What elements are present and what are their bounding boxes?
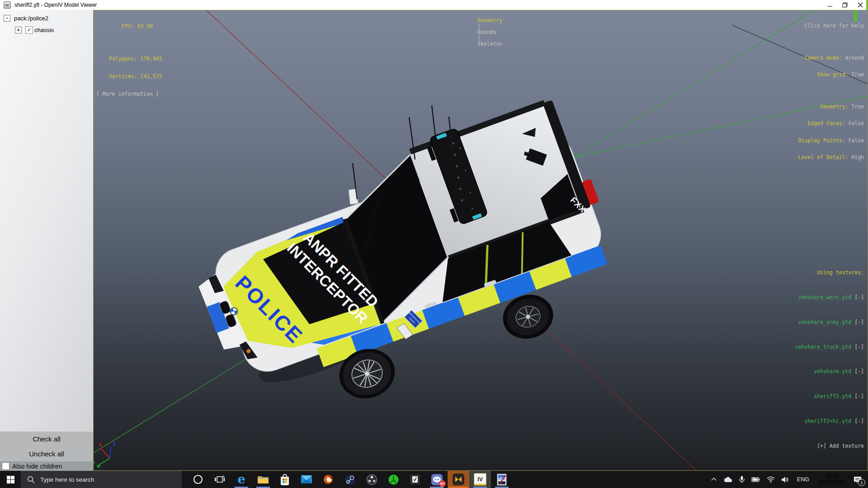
show-grid-value[interactable]: True — [851, 71, 864, 78]
openiv-attention-button[interactable] — [448, 471, 469, 488]
obs-icon — [366, 474, 377, 485]
texture-name[interactable]: vehshare_worn.ytd — [798, 294, 852, 300]
mail-button[interactable] — [296, 471, 317, 488]
file-explorer-icon — [257, 474, 269, 484]
office-button[interactable] — [317, 471, 339, 488]
file-explorer-button[interactable] — [252, 471, 274, 488]
level-of-detail-value[interactable]: High — [851, 154, 864, 160]
texture-name[interactable]: vehshare.ytd — [814, 368, 851, 375]
edged-faces-value[interactable]: False — [848, 120, 864, 127]
green-branch-app-icon — [388, 474, 399, 485]
also-hide-children-row[interactable]: Also hide children — [0, 461, 93, 471]
mode-separator: | — [477, 23, 481, 29]
remove-texture-button[interactable]: [-] — [854, 418, 864, 424]
microsoft-store-button[interactable] — [274, 471, 296, 488]
police-car-model: METROPOLITAN POLICE FXX ANPR FITTED INTE… — [178, 91, 621, 400]
texture-row[interactable]: vehshare_worn.ytd[-] — [795, 293, 864, 301]
texture-name[interactable]: sheriff2+hi.ytd — [804, 418, 851, 424]
minimize-button[interactable] — [822, 0, 837, 10]
taskbar-search-box[interactable] — [21, 471, 182, 488]
remove-texture-button[interactable]: [-] — [854, 319, 864, 325]
edge-button[interactable]: e — [231, 471, 252, 488]
also-hide-children-checkbox[interactable] — [2, 462, 9, 470]
wifi-tray-button[interactable] — [764, 471, 778, 488]
language-indicator[interactable]: ENG — [793, 471, 814, 488]
tree-chassis-label: chassis — [34, 27, 54, 33]
camera-mode-value[interactable]: Around — [845, 55, 864, 61]
texture-name[interactable]: vehshare_truck.ytd — [795, 344, 852, 350]
texture-name[interactable]: sheriff2.ytd — [814, 393, 851, 399]
chevron-up-icon — [711, 477, 717, 482]
corner-render-artifact — [854, 10, 857, 22]
microphone-tray-button[interactable] — [736, 471, 748, 488]
expand-expander-icon[interactable]: + — [15, 27, 22, 33]
texture-row[interactable]: vehshare_truck.ytd[-] — [795, 343, 864, 351]
task-view-button[interactable] — [209, 471, 231, 488]
remove-texture-button[interactable]: [-] — [854, 294, 864, 300]
fps-value: 63.98 — [137, 23, 153, 29]
texture-name[interactable]: vehshare_army.ytd — [798, 319, 852, 325]
microsoft-store-icon — [279, 474, 290, 485]
geometry-setting-value[interactable]: True — [851, 103, 864, 110]
textures-panel: Using textures: vehshare_worn.ytd[-] veh… — [795, 252, 864, 467]
discord-button[interactable]: 9+ — [426, 471, 448, 488]
remove-texture-button[interactable]: [-] — [854, 368, 864, 375]
tab-geometry[interactable]: Geometry — [477, 17, 502, 23]
titlebar[interactable]: IV sheriff2.yft - OpenIV Model Viewer — [0, 0, 868, 10]
collapse-expander-icon[interactable]: - — [4, 15, 10, 22]
search-input[interactable] — [39, 476, 154, 483]
clock-time: 19:13 — [818, 473, 845, 479]
3d-viewport[interactable]: METROPOLITAN POLICE FXX ANPR FITTED INTE… — [93, 10, 868, 471]
add-texture-button[interactable]: [+] Add texture — [795, 442, 864, 450]
battery-tray-button[interactable] — [748, 471, 764, 488]
tray-expand-button[interactable] — [708, 471, 720, 488]
texture-row[interactable]: vehshare.ytd[-] — [795, 367, 864, 375]
display-points-label: Display Points: — [798, 137, 845, 144]
display-points-value[interactable]: False — [848, 137, 864, 144]
check-all-button[interactable]: Check all — [0, 431, 93, 446]
clock-date: 31/05/2020 — [818, 479, 845, 486]
texture-row[interactable]: sheriff2.ytd[-] — [795, 392, 864, 400]
cortana-button[interactable] — [187, 471, 209, 488]
tree-item-root[interactable]: - pack:/police2 — [4, 12, 93, 24]
3d-scene: METROPOLITAN POLICE FXX ANPR FITTED INTE… — [94, 10, 868, 471]
wifi-icon — [767, 476, 775, 483]
restore-icon — [842, 2, 848, 8]
uncheck-all-button[interactable]: Uncheck all — [0, 446, 93, 461]
green-app-button[interactable] — [382, 471, 404, 488]
clock[interactable]: 19:13 31/05/2020 — [814, 473, 850, 486]
image-editor-button[interactable] — [491, 471, 513, 488]
tab-skeleton[interactable]: Skeleton — [477, 41, 502, 47]
tree-item-chassis[interactable]: + ✓ chassis — [4, 24, 93, 36]
axis-gizmo: x z y — [94, 441, 116, 468]
chassis-checkbox[interactable]: ✓ — [25, 26, 33, 34]
using-textures-title: Using textures: — [795, 268, 864, 277]
help-link[interactable]: Click here for help — [798, 23, 864, 29]
cortana-icon — [193, 474, 203, 485]
axis-z-label: z — [113, 441, 116, 447]
close-icon — [858, 2, 863, 8]
openiv-bowtie-icon — [452, 473, 465, 486]
more-information-link[interactable]: [ More information ] — [96, 91, 162, 97]
remove-texture-button[interactable]: [-] — [854, 393, 864, 399]
onedrive-tray-button[interactable] — [720, 471, 736, 488]
steam-button[interactable] — [339, 471, 361, 488]
restore-button[interactable] — [837, 0, 853, 10]
texture-row[interactable]: vehshare_army.ytd[-] — [795, 318, 864, 326]
notes-app-button[interactable] — [404, 471, 426, 488]
vertices-label: Vertices: — [109, 73, 137, 80]
texture-row[interactable]: sheriff2+hi.ytd[-] — [795, 417, 864, 425]
volume-tray-button[interactable] — [778, 471, 793, 488]
camera-mode-label: Camera mode: — [804, 55, 842, 61]
action-center-button[interactable]: 1 — [850, 471, 868, 488]
office-icon — [323, 474, 334, 485]
close-button[interactable] — [853, 0, 868, 10]
openiv-viewer-button[interactable]: IV — [469, 471, 491, 488]
remove-texture-button[interactable]: [-] — [854, 344, 864, 350]
model-tree: - pack:/police2 + ✓ chassis — [0, 10, 93, 36]
window-title: sheriff2.yft - OpenIV Model Viewer — [14, 2, 97, 8]
windows-logo-icon — [7, 476, 14, 483]
tab-bounds[interactable]: Bounds — [477, 29, 496, 35]
start-button[interactable] — [0, 471, 21, 488]
obs-button[interactable] — [361, 471, 382, 488]
